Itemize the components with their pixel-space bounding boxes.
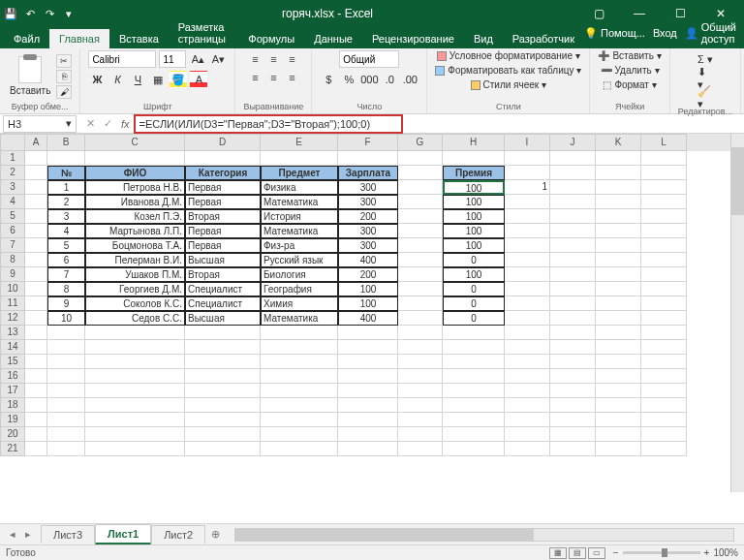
cell-H21[interactable] [443,442,505,456]
cell-I21[interactable] [505,442,550,456]
cell-E20[interactable] [261,427,338,442]
cell-H12[interactable]: 0 [443,311,505,326]
cell-L15[interactable] [641,355,687,369]
cell-H14[interactable] [443,340,505,355]
cell-H15[interactable] [443,355,505,369]
cell-C1[interactable] [85,151,185,166]
cell-I18[interactable] [505,398,550,413]
tab-layout[interactable]: Разметка страницы [169,17,239,48]
cell-H9[interactable]: 100 [443,267,505,282]
currency-icon[interactable]: $ [320,71,337,88]
cell-G8[interactable] [398,253,443,267]
col-header-C[interactable]: C [85,134,185,151]
cell-B9[interactable]: 7 [47,267,85,282]
sign-in[interactable]: Вход [653,27,677,39]
cell-H1[interactable] [443,151,505,166]
cell-K15[interactable] [596,355,641,369]
cell-E14[interactable] [261,340,338,355]
cell-C10[interactable]: Георгиев Д.М. [85,282,185,296]
cell-K11[interactable] [596,296,641,311]
cell-D3[interactable]: Первая [185,180,261,195]
cell-styles-button[interactable]: Стили ячеек ▾ [471,79,547,90]
tab-view[interactable]: Вид [464,29,503,48]
cell-L8[interactable] [641,253,687,267]
cell-H5[interactable]: 100 [443,209,505,224]
cell-A1[interactable] [25,151,47,166]
row-header-13[interactable]: 13 [0,326,25,340]
sheet-tab-2[interactable]: Лист2 [151,525,205,544]
cell-A21[interactable] [25,442,47,456]
cell-B7[interactable]: 5 [47,238,85,253]
cell-B18[interactable] [47,398,85,413]
cell-H17[interactable] [443,384,505,398]
zoom-in-icon[interactable]: + [704,547,710,558]
sheet-tab-3[interactable]: Лист3 [41,525,95,544]
row-header-10[interactable]: 10 [0,282,25,296]
cell-K6[interactable] [596,224,641,238]
cell-I13[interactable] [505,326,550,340]
cell-J19[interactable] [550,413,596,427]
fill-color-icon[interactable]: 🪣 [170,71,187,88]
cell-C16[interactable] [85,369,185,384]
paste-button[interactable]: Вставить [8,54,52,98]
col-header-K[interactable]: K [596,134,641,151]
row-header-12[interactable]: 12 [0,311,25,326]
cell-J2[interactable] [550,166,596,180]
row-header-14[interactable]: 14 [0,340,25,355]
cell-H7[interactable]: 100 [443,238,505,253]
cell-F16[interactable] [338,369,398,384]
cell-L12[interactable] [641,311,687,326]
cell-F6[interactable]: 300 [338,224,398,238]
cell-H8[interactable]: 0 [443,253,505,267]
cell-K17[interactable] [596,384,641,398]
cell-K20[interactable] [596,427,641,442]
cell-C4[interactable]: Иванова Д.М. [85,195,185,209]
tab-insert[interactable]: Вставка [109,29,169,48]
cell-E6[interactable]: Математика [261,224,338,238]
cell-I14[interactable] [505,340,550,355]
cell-I7[interactable] [505,238,550,253]
cell-D17[interactable] [185,384,261,398]
cell-K4[interactable] [596,195,641,209]
cell-L19[interactable] [641,413,687,427]
cell-B15[interactable] [47,355,85,369]
cell-K13[interactable] [596,326,641,340]
tell-me[interactable]: 💡 Помощ... [584,27,645,40]
cell-I5[interactable] [505,209,550,224]
cell-J13[interactable] [550,326,596,340]
cell-K14[interactable] [596,340,641,355]
cell-C9[interactable]: Ушаков П.М. [85,267,185,282]
col-header-A[interactable]: A [25,134,47,151]
cell-L13[interactable] [641,326,687,340]
cell-G6[interactable] [398,224,443,238]
cell-I8[interactable] [505,253,550,267]
row-header-2[interactable]: 2 [0,166,25,180]
cell-K7[interactable] [596,238,641,253]
row-header-6[interactable]: 6 [0,224,25,238]
cell-F1[interactable] [338,151,398,166]
redo-icon[interactable]: ↷ [43,7,56,20]
cell-L17[interactable] [641,384,687,398]
cell-L14[interactable] [641,340,687,355]
cell-F21[interactable] [338,442,398,456]
cell-C12[interactable]: Седов С.С. [85,311,185,326]
cell-F2[interactable]: Зарплата [338,166,398,180]
italic-button[interactable]: К [108,71,126,88]
underline-button[interactable]: Ч [129,71,146,88]
cell-L21[interactable] [641,442,687,456]
cell-A2[interactable] [25,166,47,180]
cell-C13[interactable] [85,326,185,340]
cell-L9[interactable] [641,267,687,282]
cell-E21[interactable] [261,442,338,456]
cell-B17[interactable] [47,384,85,398]
cell-H18[interactable] [443,398,505,413]
row-header-1[interactable]: 1 [0,151,25,166]
cell-B8[interactable]: 6 [47,253,85,267]
number-format-select[interactable] [339,50,399,68]
row-header-7[interactable]: 7 [0,238,25,253]
cell-H10[interactable]: 0 [443,282,505,296]
save-icon[interactable]: 💾 [4,7,17,20]
cell-C15[interactable] [85,355,185,369]
cell-D7[interactable]: Первая [185,238,261,253]
fx-icon[interactable]: fx [121,118,130,130]
